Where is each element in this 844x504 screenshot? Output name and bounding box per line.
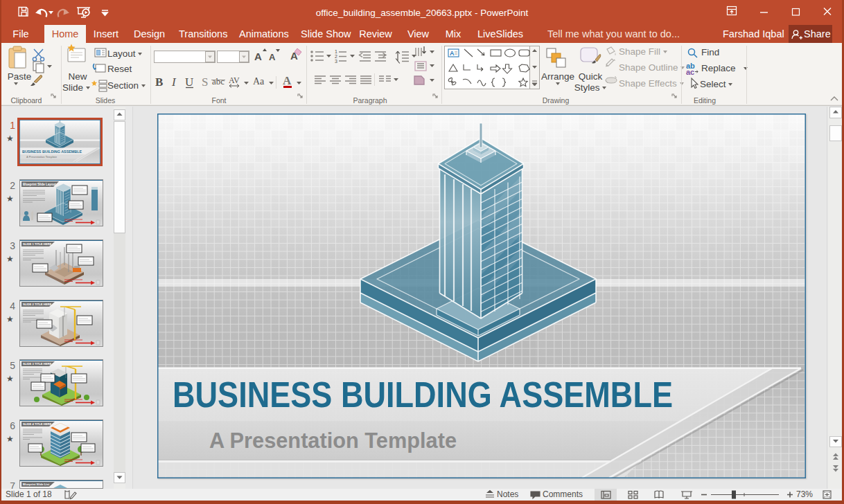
svg-text:A: A <box>254 51 262 62</box>
svg-text:3: 3 <box>335 59 337 64</box>
svg-text:BUSINESS BUILDING ASSEMBLE: BUSINESS BUILDING ASSEMBLE <box>22 150 82 154</box>
svg-text:Blueprint Slide List: Blueprint Slide List <box>23 483 50 486</box>
svg-text:ac: ac <box>686 68 694 76</box>
svg-text:SLIDE 1 TITLE HERE: SLIDE 1 TITLE HERE <box>23 242 52 246</box>
svg-text:A Presentation Template: A Presentation Template <box>209 428 457 453</box>
svg-text:S: S <box>202 75 208 89</box>
svg-text:BUSINESS BUILDING ASSEMBLE: BUSINESS BUILDING ASSEMBLE <box>173 375 673 415</box>
svg-text:abc: abc <box>212 76 225 87</box>
svg-text:U: U <box>185 75 193 89</box>
svg-text:A: A <box>283 74 292 87</box>
svg-text:I: I <box>171 75 177 89</box>
svg-text:A: A <box>269 52 276 62</box>
svg-text:A Presentation Template: A Presentation Template <box>26 155 58 159</box>
svg-text:2: 2 <box>335 54 337 59</box>
svg-text:B: B <box>155 75 163 89</box>
svg-text:1: 1 <box>335 49 337 54</box>
svg-text:Blueprint Slide Layout: Blueprint Slide Layout <box>23 183 56 186</box>
svg-text:SLIDE 3 TITLE HERE: SLIDE 3 TITLE HERE <box>23 362 52 366</box>
svg-text:Aa: Aa <box>253 76 265 87</box>
svg-text:SLIDE 4 TITLE HERE: SLIDE 4 TITLE HERE <box>23 422 52 426</box>
svg-text:A: A <box>450 50 455 57</box>
svg-text:SLIDE 2 TITLE HERE: SLIDE 2 TITLE HERE <box>23 303 52 306</box>
svg-text:AV: AV <box>229 75 240 85</box>
